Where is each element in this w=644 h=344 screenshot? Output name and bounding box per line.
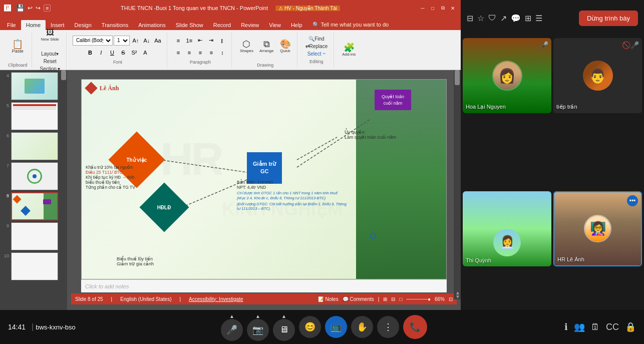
slide-thumb-8[interactable]: 8 bbox=[2, 192, 58, 220]
decrease-indent-button[interactable]: ⇤ bbox=[195, 36, 205, 46]
chat-icon[interactable]: 💬 bbox=[511, 14, 521, 23]
slide-img-9[interactable] bbox=[11, 222, 58, 250]
tab-help[interactable]: Help bbox=[286, 20, 307, 30]
reset-button[interactable]: Reset bbox=[42, 58, 59, 65]
slide-img-4[interactable] bbox=[11, 72, 58, 100]
window-controls: ─ □ ⧉ ✕ bbox=[419, 4, 457, 12]
video-menu-button-le-anh[interactable]: ••• bbox=[627, 195, 638, 206]
slide-thumb-4[interactable]: 4 bbox=[2, 72, 58, 100]
align-center-button[interactable]: ≡ bbox=[184, 48, 194, 58]
slide-thumb-9[interactable]: 9 bbox=[2, 222, 58, 250]
font-family-select[interactable]: Calibri (Body) bbox=[73, 36, 113, 46]
tab-file[interactable]: File bbox=[2, 20, 21, 30]
share-screen-active-button[interactable]: 📺 bbox=[325, 316, 347, 338]
tab-search[interactable]: 🔍 Tell me what you want to do bbox=[307, 20, 394, 30]
slide-img-10[interactable] bbox=[11, 252, 58, 280]
slide-thumb-5[interactable]: 5 bbox=[2, 102, 58, 130]
video-cell-tiep[interactable]: 👨 🚫🎤 tiếp trần bbox=[553, 38, 642, 113]
tab-review[interactable]: Review bbox=[236, 20, 264, 30]
line-spacing-button[interactable]: ↕ bbox=[217, 48, 227, 58]
accessibility-status[interactable]: Accessibility: Investigate bbox=[189, 296, 243, 302]
slide-img-5[interactable] bbox=[11, 102, 58, 130]
bold-button[interactable]: B bbox=[85, 48, 95, 58]
select-button[interactable]: Select ~ bbox=[305, 51, 328, 57]
shield-icon[interactable]: 🛡 bbox=[488, 14, 496, 23]
present-button[interactable]: 🖥 bbox=[273, 319, 295, 341]
stop-presenting-button[interactable]: Dừng trình bày bbox=[579, 11, 638, 26]
addins-button[interactable]: 🧩 Add-ins bbox=[340, 36, 358, 64]
font-color-button[interactable]: A bbox=[140, 48, 150, 58]
slide-img-7[interactable] bbox=[11, 162, 58, 190]
reactions-button[interactable]: 😊 bbox=[299, 316, 321, 338]
present-expand-button[interactable]: ▲ bbox=[281, 313, 286, 319]
justify-button[interactable]: ≡ bbox=[206, 48, 216, 58]
text-uy-quyen: Ủy quyền: Làm quyết toán cuối năm bbox=[345, 130, 396, 140]
font-increase-button[interactable]: A↑ bbox=[131, 36, 141, 46]
restore-button[interactable]: ⧉ bbox=[439, 4, 447, 12]
columns-button[interactable]: ⫿ bbox=[217, 36, 227, 46]
slide-img-8[interactable] bbox=[11, 192, 58, 220]
slide-thumb-7[interactable]: 7 bbox=[2, 162, 58, 190]
minimize-button[interactable]: ─ bbox=[419, 4, 427, 12]
tab-design[interactable]: Design bbox=[70, 20, 97, 30]
shadow-button[interactable]: S² bbox=[129, 48, 139, 58]
increase-indent-button[interactable]: ⇥ bbox=[206, 36, 216, 46]
window-title: THUE TNCN -Buoi 1 Tong quan ve thue TNCN… bbox=[121, 5, 340, 11]
grid-icon[interactable]: ⊞ bbox=[525, 14, 531, 23]
notes-tab[interactable]: 📝 Notes bbox=[318, 296, 339, 302]
tab-transitions[interactable]: Transitions bbox=[97, 20, 133, 30]
camera-expand-button[interactable]: ▲ bbox=[255, 313, 260, 319]
comments-tab[interactable]: 💬 Comments bbox=[343, 296, 374, 302]
font-decrease-button[interactable]: A↓ bbox=[142, 36, 152, 46]
mic-expand-button[interactable]: ▲ bbox=[229, 313, 234, 319]
quick-styles-button[interactable]: 🎨 Quick bbox=[278, 33, 293, 61]
menu-icon[interactable]: ☰ bbox=[535, 14, 542, 23]
new-slide-button[interactable]: 🖼 New Slide bbox=[39, 21, 61, 49]
zoom-slider[interactable]: ──────● bbox=[406, 296, 431, 302]
vertical-scrollbar[interactable]: ▲ ▼ bbox=[454, 70, 461, 299]
clear-format-button[interactable]: Aa bbox=[153, 36, 163, 46]
shapes-button[interactable]: ⬡ Shapes bbox=[238, 33, 255, 61]
italic-button[interactable]: I bbox=[96, 48, 106, 58]
people-icon[interactable]: 👥 bbox=[574, 321, 585, 332]
captions-icon[interactable]: CC bbox=[606, 322, 619, 332]
layout-button[interactable]: Layout ▾ bbox=[39, 51, 61, 57]
mic-button[interactable]: 🎤 bbox=[221, 319, 243, 341]
close-button[interactable]: ✕ bbox=[449, 4, 457, 12]
video-cell-hoa[interactable]: 👩 🎤 Hoa Lại Nguyen bbox=[463, 38, 551, 113]
underline-button[interactable]: U bbox=[107, 48, 117, 58]
more-options-button[interactable]: ⋮ bbox=[377, 316, 399, 338]
fit-slide-button[interactable]: ⊡ bbox=[449, 296, 453, 302]
tab-animations[interactable]: Animations bbox=[133, 20, 170, 30]
video-cell-quynhh[interactable]: 👩‍💼 Thi Quỳnh bbox=[463, 191, 551, 266]
font-size-select[interactable]: 18 bbox=[114, 36, 130, 46]
share-icon[interactable]: ↗ bbox=[500, 14, 507, 23]
numbering-button[interactable]: 1≡ bbox=[184, 36, 194, 46]
replace-button[interactable]: ⇄ Replace bbox=[303, 43, 330, 50]
slide-thumb-10[interactable]: 10 bbox=[2, 252, 58, 280]
video-cell-le-anh[interactable]: 👩‍🏫 ••• HR Lê Ánh bbox=[553, 191, 642, 266]
end-call-button[interactable]: 📞 bbox=[403, 315, 427, 339]
find-button[interactable]: 🔍 Find bbox=[306, 36, 326, 42]
slide-scrollbar[interactable] bbox=[60, 70, 67, 310]
paste-button[interactable]: 📋 Paste bbox=[10, 33, 26, 61]
maximize-button[interactable]: □ bbox=[429, 4, 437, 12]
tab-view[interactable]: View bbox=[264, 20, 286, 30]
star-icon[interactable]: ☆ bbox=[477, 14, 484, 23]
slide-thumb-6[interactable]: 6 bbox=[2, 132, 58, 160]
align-right-button[interactable]: ≡ bbox=[195, 48, 205, 58]
tab-slideshow[interactable]: Slide Show bbox=[171, 20, 208, 30]
tab-record[interactable]: Record bbox=[208, 20, 236, 30]
info-icon[interactable]: ℹ bbox=[564, 321, 568, 332]
lock-icon[interactable]: 🔒 bbox=[625, 321, 636, 332]
camera-button[interactable]: 📷 bbox=[247, 319, 269, 341]
arrange-button[interactable]: ⧉ Arrange bbox=[257, 33, 275, 61]
activities-icon[interactable]: 🗓 bbox=[591, 322, 600, 332]
notes-bar[interactable]: Click to add notes bbox=[81, 279, 447, 292]
slide-img-6[interactable] bbox=[11, 132, 58, 160]
minimize-video-icon[interactable]: ⊟ bbox=[467, 14, 473, 23]
bullets-button[interactable]: ≡ bbox=[173, 36, 183, 46]
raise-hand-button[interactable]: ✋ bbox=[351, 316, 373, 338]
strikethrough-button[interactable]: S bbox=[118, 48, 128, 58]
align-left-button[interactable]: ≡ bbox=[173, 48, 183, 58]
